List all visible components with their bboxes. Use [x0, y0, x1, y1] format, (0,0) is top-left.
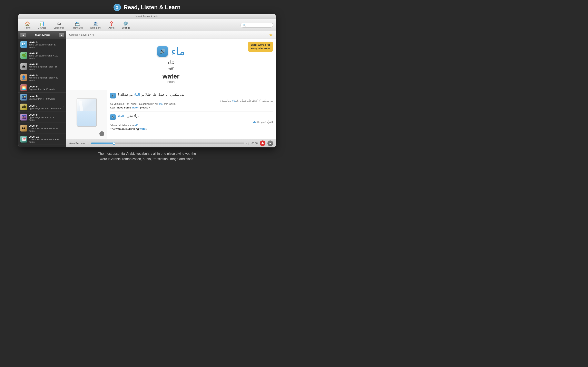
sidebar-item-level5[interactable]: 🌅 Level 5 Beginner Part I • 96 words ›	[18, 83, 66, 92]
word-translit-arabic: مَاء	[168, 59, 174, 65]
sidebar-thumb-2: 🌿	[20, 52, 27, 59]
record-dot-icon	[261, 142, 264, 144]
sidebar-back-button[interactable]: ◀	[20, 33, 26, 37]
sentence-item-2: 🔊 المرأة تشرب الماء المَرأَة تَشرَب الـم…	[110, 114, 273, 133]
sidebar-item-level7[interactable]: 🏙 Level 7 Upper Beginner Part I • 90 wor…	[18, 102, 66, 112]
separator: |	[88, 142, 89, 145]
chevron-right-icon: ›	[63, 54, 64, 57]
time-display: 00:00	[251, 142, 258, 145]
word-class: noun	[167, 80, 175, 84]
image-panel: +	[66, 90, 107, 139]
zoom-button[interactable]: +	[99, 131, 104, 136]
wordbank-icon: 🏦	[93, 21, 98, 26]
step-circle: 2	[113, 4, 121, 11]
breadcrumb: Courses > Level 1 > All	[69, 33, 94, 36]
chevron-right-icon: ›	[63, 96, 64, 99]
chevron-right-icon: ›	[63, 116, 64, 119]
app-window: Word Power Arabic 🏠 Home 📊 Courses 🗂 Cat…	[18, 14, 276, 147]
sidebar-thumb-8: 🌆	[20, 114, 27, 120]
main-layout: ◀ Main Menu ▶ 🌊 Level 1 Basic Vocabulary…	[18, 31, 276, 147]
sentences-panel: 🔊 هل يمكنني أن أحصل على قليلاً من الماء …	[107, 90, 276, 139]
toolbar-flashcards[interactable]: 📇 Flashcards	[68, 20, 86, 30]
sentence-audio-button-1[interactable]: 🔊	[110, 93, 116, 99]
examples-area: + 🔊 هل يمكنني أن أحصل على قليلاً من الما…	[66, 90, 276, 139]
bottom-description: The most essential Arabic vocabulary all…	[0, 147, 294, 165]
chevron-right-icon: ›	[63, 86, 64, 89]
playback-progress[interactable]	[91, 142, 244, 144]
sentence-english-1: Can I have some water, please?	[110, 106, 273, 109]
search-box[interactable]: 🔍	[241, 23, 273, 27]
record-button[interactable]	[260, 141, 265, 146]
sidebar-thumb-1: 🌊	[20, 41, 27, 48]
sentence-arabic-1: هل يمكنني أن أحصل على قليلاً من الماء من…	[118, 93, 184, 96]
home-icon: 🏠	[25, 21, 30, 26]
toolbar-home[interactable]: 🏠 Home	[21, 20, 34, 30]
sidebar-thumb-4: 👤	[20, 74, 27, 81]
sound-waves-icon: ◁)	[246, 142, 250, 145]
toolbar-courses[interactable]: 📊 Courses	[34, 20, 50, 30]
sidebar-item-level3[interactable]: ⛰ Level 3 Absolute Beginner Part I • 89 …	[18, 61, 66, 72]
chevron-right-icon: ›	[63, 65, 64, 68]
sentence-translit-arabic-1: هَل يُمكِنُنِي أَن أَحصُل عَلَى قَلِيلاً…	[110, 99, 273, 102]
sidebar-item-level10[interactable]: 🌁 Level 10 Lower Intermediate Part II • …	[18, 134, 66, 145]
sidebar-item-level4[interactable]: 👤 Level 4 Absolute Beginner Part II • 82…	[18, 72, 66, 83]
sidebar-thumb-9: 🏘	[20, 125, 27, 132]
toolbar-wordbank[interactable]: 🏦 Word Bank	[86, 20, 105, 30]
sidebar-thumb-3: ⛰	[20, 63, 27, 70]
sidebar-item-level9[interactable]: 🏘 Level 9 Lower Intermediate Part I • 98…	[18, 123, 66, 134]
sidebar-item-level1[interactable]: 🌊 Level 1 Basic Vocabulary Part I • 87 w…	[18, 39, 66, 50]
sidebar-forward-button[interactable]: ▶	[59, 33, 64, 37]
word-english: water	[163, 73, 180, 80]
sentence-translit-1: hal yumkinunī ʾan ʾaḥṣul ʿalā qalīlan mi…	[110, 103, 273, 105]
toolbar-categories[interactable]: 🗂 Categories	[50, 21, 68, 30]
sidebar-thumb-5: 🌅	[20, 84, 27, 91]
sentence-translit-arabic-2: المَرأَة تَشرَب الـمَاء	[110, 121, 273, 124]
top-title: Read, Listen & Learn	[124, 4, 181, 11]
sentence-item-1: 🔊 هل يمكنني أن أحصل على قليلاً من الماء …	[110, 93, 273, 112]
courses-icon: 📊	[39, 21, 44, 26]
toolbar-settings[interactable]: ⚙️ Settings	[118, 20, 134, 30]
sentence-arabic-2: المرأة تشرب الماء	[118, 114, 141, 118]
progress-thumb	[112, 142, 115, 145]
sentence-english-2: The woman is drinking water.	[110, 127, 273, 131]
content-area: Courses > Level 1 > All ★ Bank words for…	[66, 31, 276, 147]
chevron-right-icon: ›	[63, 105, 64, 108]
water-glass-image	[73, 99, 100, 131]
recorder-bar: Voice Recorder | ◁) 00:00 ▶	[66, 139, 276, 147]
settings-icon: ⚙️	[123, 21, 129, 26]
top-bar: 2 Read, Listen & Learn	[0, 0, 294, 14]
sidebar-item-level6[interactable]: 🌃 Level 6 Beginner Part II • 99 words ›	[18, 92, 66, 102]
toolbar: 🏠 Home 📊 Courses 🗂 Categories 📇 Flashcar…	[18, 19, 276, 31]
sidebar-thumb-6: 🌃	[20, 94, 27, 100]
sidebar: ◀ Main Menu ▶ 🌊 Level 1 Basic Vocabulary…	[18, 31, 66, 147]
bank-tooltip[interactable]: Bank words for easy reference	[248, 42, 273, 52]
speaker-icon: 🔊	[112, 94, 114, 97]
speaker-icon: 🔊	[159, 49, 165, 54]
sidebar-item-level8[interactable]: 🌆 Level 8 Upper Beginner Part II • 97 wo…	[18, 112, 66, 123]
recorder-label: Voice Recorder	[69, 142, 86, 145]
favorite-star-icon[interactable]: ★	[269, 33, 273, 37]
about-icon: ❓	[109, 21, 114, 26]
word-card: Bank words for easy reference 🔊 ماء مَاء…	[66, 39, 276, 90]
sidebar-list: 🌊 Level 1 Basic Vocabulary Part I • 87 w…	[18, 39, 66, 147]
toolbar-about[interactable]: ❓ About	[105, 20, 118, 30]
sidebar-item-level2[interactable]: 🌿 Level 2 Basic Vocabulary Part II • 100…	[18, 50, 66, 61]
play-button[interactable]: ▶	[268, 141, 273, 146]
chevron-right-icon: ›	[63, 76, 64, 79]
title-bar: Word Power Arabic	[18, 14, 276, 19]
sentence-audio-button-2[interactable]: 🔊	[110, 114, 116, 120]
categories-icon: 🗂	[57, 21, 61, 26]
word-audio-button[interactable]: 🔊	[157, 46, 168, 57]
search-input[interactable]	[247, 24, 272, 26]
search-icon: 🔍	[243, 24, 246, 26]
chevron-right-icon: ›	[63, 127, 64, 130]
sidebar-thumb-7: 🏙	[20, 104, 27, 110]
sentence-translit-2: ʾal-marʾah tašrab um-māʾ	[110, 124, 273, 127]
word-arabic: ماء	[171, 45, 185, 58]
sidebar-thumb-10: 🌁	[20, 136, 27, 142]
chevron-right-icon: ›	[63, 138, 64, 141]
progress-fill	[91, 142, 114, 144]
word-translit: māʾ	[168, 67, 174, 71]
flashcards-icon: 📇	[75, 21, 80, 26]
chevron-right-icon: ›	[63, 43, 64, 46]
